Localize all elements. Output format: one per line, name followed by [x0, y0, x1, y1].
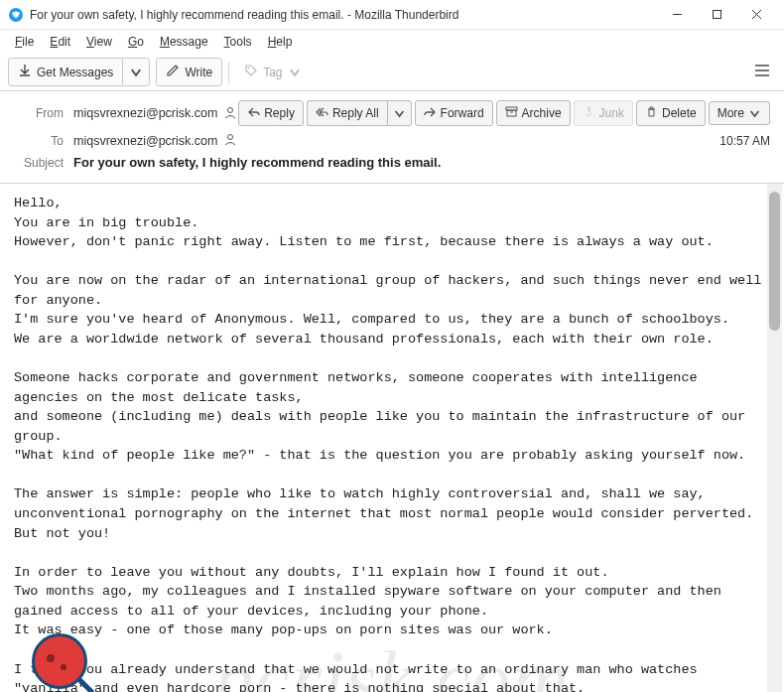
- download-icon: [18, 64, 32, 80]
- menu-help[interactable]: Help: [261, 32, 300, 52]
- get-messages-button[interactable]: Get Messages: [8, 58, 123, 86]
- scrollbar-thumb[interactable]: [769, 192, 780, 331]
- subject-value: For your own safety, I highly recommend …: [73, 155, 441, 170]
- forward-icon: [424, 105, 437, 121]
- flame-icon: [583, 105, 595, 121]
- svg-point-9: [228, 107, 233, 112]
- delete-button[interactable]: Delete: [636, 100, 706, 126]
- reply-icon: [247, 105, 260, 121]
- pencil-icon: [166, 64, 180, 80]
- get-messages-dropdown[interactable]: [123, 58, 150, 86]
- menu-file[interactable]: File: [8, 32, 41, 52]
- contact-icon[interactable]: [223, 132, 237, 149]
- forward-button[interactable]: Forward: [415, 100, 493, 126]
- thunderbird-logo-icon: [8, 7, 24, 23]
- reply-button[interactable]: Reply: [238, 100, 304, 126]
- archive-icon: [505, 105, 518, 121]
- menu-view[interactable]: View: [79, 32, 119, 52]
- window-title: For your own safety, I highly recommend …: [30, 8, 657, 22]
- contact-icon[interactable]: [223, 105, 237, 122]
- scrollbar[interactable]: [767, 184, 782, 692]
- toolbar-divider: [228, 62, 229, 83]
- reply-all-button[interactable]: Reply All: [307, 100, 387, 126]
- from-value[interactable]: miqsvrexnezi@pcrisk.com: [73, 106, 217, 120]
- message-body: Hello, You are in big trouble. However, …: [0, 184, 784, 692]
- menu-message[interactable]: Message: [153, 32, 215, 52]
- app-menu-button[interactable]: [748, 60, 776, 84]
- write-label: Write: [185, 66, 212, 79]
- junk-button[interactable]: Junk: [574, 100, 633, 126]
- from-label: From: [14, 106, 64, 120]
- tag-button[interactable]: Tag: [235, 59, 310, 85]
- get-messages-label: Get Messages: [37, 66, 113, 79]
- message-time: 10:57 AM: [719, 134, 770, 148]
- reply-all-dropdown[interactable]: [387, 100, 412, 126]
- chevron-down-icon: [748, 107, 761, 120]
- subject-label: Subject: [14, 156, 64, 170]
- to-label: To: [14, 134, 64, 148]
- reply-all-icon: [316, 105, 328, 121]
- trash-icon: [645, 105, 658, 121]
- archive-button[interactable]: Archive: [496, 100, 571, 126]
- to-value[interactable]: miqsvrexnezi@pcrisk.com: [73, 134, 217, 148]
- svg-rect-2: [713, 11, 720, 19]
- svg-point-13: [228, 135, 233, 140]
- write-button[interactable]: Write: [156, 58, 222, 86]
- maximize-button[interactable]: [697, 1, 736, 29]
- svg-rect-11: [507, 110, 516, 116]
- menu-tools[interactable]: Tools: [217, 32, 259, 52]
- tag-icon: [244, 64, 258, 80]
- menu-go[interactable]: Go: [121, 32, 151, 52]
- close-button[interactable]: [736, 1, 776, 29]
- minimize-button[interactable]: [657, 1, 697, 29]
- hamburger-icon: [754, 64, 770, 77]
- tag-label: Tag: [263, 66, 282, 79]
- menu-edit[interactable]: Edit: [43, 32, 77, 52]
- more-button[interactable]: More: [709, 101, 770, 125]
- chevron-down-icon: [288, 66, 302, 79]
- svg-point-5: [248, 68, 250, 69]
